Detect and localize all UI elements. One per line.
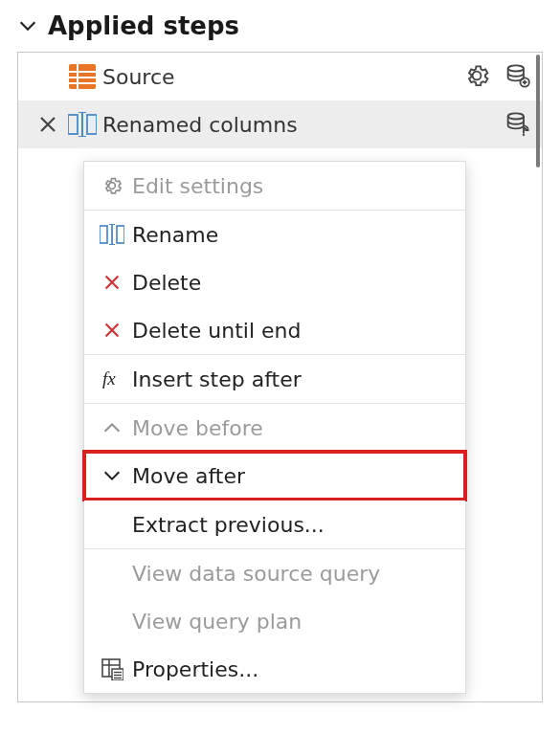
chevron-up-icon [94,417,130,438]
menu-item-label: Edit settings [130,174,452,198]
menu-item-label: Insert step after [130,367,452,391]
svg-rect-10 [87,115,97,134]
step-context-menu: Edit settings Rename Delete [83,161,466,694]
database-query-icon[interactable] [504,110,532,139]
applied-steps-title: Applied steps [48,11,239,40]
menu-item-label: View data source query [130,562,452,586]
menu-move-after[interactable]: Move after [84,452,465,500]
menu-view-data-source-query: View data source query [84,549,465,597]
step-name: Source [102,65,463,89]
menu-rename[interactable]: Rename [84,211,465,258]
step-name: Renamed columns [102,113,504,137]
rename-icon [94,224,130,245]
svg-rect-15 [117,226,124,243]
svg-point-13 [523,134,525,136]
delete-x-icon [94,320,130,341]
menu-item-label: Properties... [130,657,452,681]
rename-columns-icon [66,112,99,137]
menu-view-query-plan: View query plan [84,597,465,645]
menu-delete[interactable]: Delete [84,258,465,306]
menu-properties[interactable]: Properties... [84,645,465,693]
svg-rect-9 [68,115,78,134]
svg-text:fx: fx [102,368,116,389]
menu-delete-until-end[interactable]: Delete until end [84,306,465,354]
menu-item-label: Delete until end [130,319,452,343]
chevron-down-icon [17,15,38,36]
menu-extract-previous[interactable]: Extract previous... [84,500,465,548]
chevron-down-icon [94,465,130,486]
scroll-thumb[interactable] [536,55,540,167]
fx-icon: fx [94,367,130,390]
applied-steps-header[interactable]: Applied steps [0,0,560,46]
menu-item-label: Extract previous... [130,513,452,537]
menu-move-before: Move before [84,404,465,452]
menu-item-label: View query plan [130,610,452,634]
applied-steps-panel: Source [17,52,543,702]
gear-icon [94,174,130,197]
menu-insert-step-after[interactable]: fx Insert step after [84,355,465,403]
svg-point-12 [508,113,524,119]
step-row[interactable]: Source [18,53,542,100]
menu-item-label: Move after [130,464,452,488]
menu-edit-settings: Edit settings [84,162,465,210]
menu-item-label: Move before [130,416,452,440]
svg-rect-14 [100,226,107,243]
database-icon[interactable] [504,62,532,91]
properties-icon [94,657,130,680]
step-row[interactable]: Renamed columns [18,100,542,148]
delete-x-icon [94,272,130,293]
gear-icon[interactable] [463,62,492,91]
svg-point-5 [508,65,524,71]
menu-item-label: Delete [130,271,452,295]
table-icon [66,64,99,89]
menu-item-label: Rename [130,223,452,247]
delete-step-button[interactable] [30,113,66,136]
